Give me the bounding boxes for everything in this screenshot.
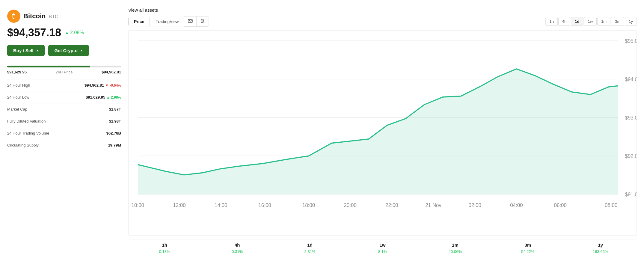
svg-text:02:00: 02:00 bbox=[468, 202, 481, 208]
time-tab-1m[interactable]: 1m bbox=[597, 17, 610, 26]
comp-val-3m: 54.22% bbox=[491, 249, 564, 254]
tab-tradingview[interactable]: TradingView bbox=[150, 17, 184, 26]
svg-text:12:00: 12:00 bbox=[173, 202, 185, 208]
table-row: Circulating Supply 19.79M bbox=[7, 139, 121, 151]
comp-val-1y: 163.66% bbox=[564, 249, 637, 254]
time-range-tabs: 1h 4h 1d 1w 1m 3m 1y bbox=[545, 17, 637, 26]
get-crypto-button[interactable]: Get Crypto ▼ bbox=[48, 45, 89, 56]
svg-text:08:00: 08:00 bbox=[605, 202, 617, 208]
stat-change: ▼ -0.64% bbox=[105, 83, 121, 87]
get-crypto-caret-icon: ▼ bbox=[80, 49, 83, 52]
svg-text:04:00: 04:00 bbox=[510, 202, 523, 208]
comp-header-1h: 1h bbox=[128, 242, 201, 248]
comp-header-1w: 1w bbox=[346, 242, 419, 248]
stat-value: $91,629.95 ▲ 2.98% bbox=[68, 91, 121, 103]
stat-label: 24 Hour Trading Volume bbox=[7, 127, 68, 139]
svg-text:22:00: 22:00 bbox=[385, 202, 398, 208]
right-panel: View all assets → Price TradingView bbox=[128, 7, 637, 254]
price-range-bar bbox=[7, 66, 121, 67]
view-all-label: View all assets bbox=[128, 7, 158, 13]
view-all-assets-link[interactable]: View all assets → bbox=[128, 7, 165, 13]
price-change: ▲ 2.08% bbox=[65, 30, 84, 35]
change-arrow-icon: ▲ bbox=[65, 30, 69, 35]
comp-header-3m: 3m bbox=[491, 242, 564, 248]
high-price-label: $94,962.81 bbox=[102, 70, 121, 74]
price-range-section: $91,629.95 24H Price $94,962.81 bbox=[7, 66, 121, 74]
comp-val-1d: 2.31% bbox=[274, 249, 346, 254]
comp-val-4h: 0.31% bbox=[201, 249, 273, 254]
stat-value: $1.87T bbox=[68, 103, 121, 115]
svg-text:21 Nov: 21 Nov bbox=[425, 202, 441, 208]
table-row: 24 Hour Low $91,629.95 ▲ 2.98% bbox=[7, 91, 121, 103]
arrow-right-icon: → bbox=[160, 7, 165, 13]
time-tab-1d[interactable]: 1d bbox=[571, 17, 583, 26]
time-tab-1h[interactable]: 1h bbox=[545, 17, 557, 26]
price-range-fill bbox=[7, 66, 90, 67]
svg-text:10:00: 10:00 bbox=[132, 202, 144, 208]
chart-svg: $95,000 $94,000 $93,000 $92,000 $91,000 … bbox=[129, 31, 637, 235]
table-row: Fully Diluted Valuation $1.98T bbox=[7, 115, 121, 127]
chart-type-tabs: Price TradingView bbox=[128, 16, 209, 27]
buy-sell-button[interactable]: Buy / Sell ▼ bbox=[7, 45, 45, 56]
buy-sell-caret-icon: ▼ bbox=[36, 49, 39, 52]
svg-text:$93,000: $93,000 bbox=[625, 114, 637, 121]
time-tab-1w[interactable]: 1w bbox=[584, 17, 597, 26]
chart-icon-settings-button[interactable] bbox=[196, 16, 209, 27]
price-row: $94,357.18 ▲ 2.08% bbox=[7, 26, 121, 39]
comparison-headers: 1h 4h 1d 1w 1m 3m 1y bbox=[128, 242, 637, 248]
buttons-row: Buy / Sell ▼ Get Crypto ▼ bbox=[7, 45, 121, 56]
low-price-label: $91,629.95 bbox=[7, 70, 27, 74]
coin-symbol: BTC bbox=[49, 14, 58, 19]
svg-text:14:00: 14:00 bbox=[215, 202, 227, 208]
coin-header: ₿ Bitcoin BTC bbox=[7, 10, 121, 23]
top-bar: View all assets → bbox=[128, 7, 637, 13]
svg-point-6 bbox=[202, 22, 203, 23]
comp-header-4h: 4h bbox=[201, 242, 273, 248]
table-row: Market Cap $1.87T bbox=[7, 103, 121, 115]
svg-text:$95,000: $95,000 bbox=[625, 38, 637, 44]
24h-price-label: 24H Price bbox=[55, 70, 73, 74]
svg-point-4 bbox=[201, 19, 202, 20]
coin-name: Bitcoin bbox=[23, 12, 46, 20]
chart-controls: Price TradingView bbox=[128, 16, 637, 27]
comp-header-1m: 1m bbox=[419, 242, 491, 248]
stat-value: 19.79M bbox=[68, 139, 121, 151]
left-panel: ₿ Bitcoin BTC $94,357.18 ▲ 2.08% Buy / S… bbox=[7, 7, 121, 254]
comp-header-1d: 1d bbox=[274, 242, 346, 248]
svg-text:20:00: 20:00 bbox=[344, 202, 356, 208]
stat-label: Circulating Supply bbox=[7, 139, 68, 151]
time-tab-3m[interactable]: 3m bbox=[611, 17, 624, 26]
timeframe-comparison: 1h 4h 1d 1w 1m 3m 1y 0.13% 0.31% 2.31% 8… bbox=[128, 239, 637, 254]
comp-val-1m: 40.06% bbox=[419, 249, 491, 254]
stat-change: ▲ 2.98% bbox=[106, 95, 121, 99]
svg-text:18:00: 18:00 bbox=[302, 202, 315, 208]
tab-price[interactable]: Price bbox=[128, 17, 150, 26]
stat-value: $1.98T bbox=[68, 115, 121, 127]
stat-label: 24 Hour High bbox=[7, 79, 68, 91]
comp-val-1h: 0.13% bbox=[128, 249, 201, 254]
stat-value: $94,962.81 ▼ -0.64% bbox=[68, 79, 121, 91]
time-tab-1y[interactable]: 1y bbox=[625, 17, 637, 26]
time-tab-4h[interactable]: 4h bbox=[558, 17, 570, 26]
table-row: 24 Hour Trading Volume $62.78B bbox=[7, 127, 121, 139]
chart-icon-email-button[interactable] bbox=[184, 16, 197, 27]
change-pct: 2.08% bbox=[70, 30, 84, 35]
svg-text:06:00: 06:00 bbox=[554, 202, 567, 208]
stat-label: Market Cap bbox=[7, 103, 68, 115]
stat-label: 24 Hour Low bbox=[7, 91, 68, 103]
svg-text:$94,000: $94,000 bbox=[625, 76, 637, 82]
stat-value: $62.78B bbox=[68, 127, 121, 139]
price-chart: $95,000 $94,000 $93,000 $92,000 $91,000 … bbox=[128, 30, 637, 236]
svg-text:$91,000: $91,000 bbox=[625, 191, 637, 197]
price-value: $94,357.18 bbox=[7, 26, 61, 39]
stat-label: Fully Diluted Valuation bbox=[7, 115, 68, 127]
comp-header-1y: 1y bbox=[564, 242, 637, 248]
table-row: 24 Hour High $94,962.81 ▼ -0.64% bbox=[7, 79, 121, 91]
svg-text:16:00: 16:00 bbox=[258, 202, 271, 208]
comparison-values: 0.13% 0.31% 2.31% 8.1% 40.06% 54.22% 163… bbox=[128, 249, 637, 254]
comp-val-1w: 8.1% bbox=[346, 249, 419, 254]
svg-text:$92,000: $92,000 bbox=[625, 153, 637, 159]
bitcoin-icon: ₿ bbox=[7, 10, 20, 23]
svg-point-5 bbox=[203, 21, 204, 22]
progress-labels: $91,629.95 24H Price $94,962.81 bbox=[7, 70, 121, 74]
